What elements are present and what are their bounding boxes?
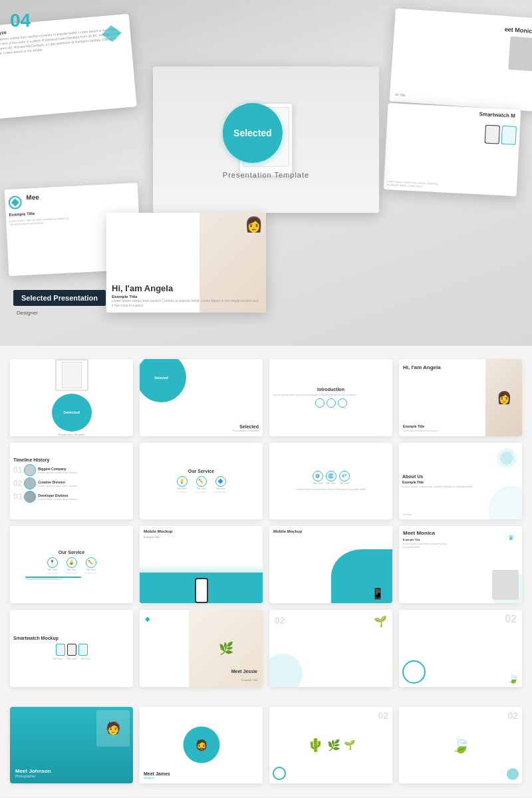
service-icon-block-2: ✏️ Title Here Lorem ipsum	[193, 476, 209, 493]
service-label-2: Title Here	[196, 487, 206, 490]
monica-hero-title: eet Monica	[504, 26, 532, 35]
timeline-item-1: 01 Biggest Company Lorem Ipsum comes fro…	[13, 464, 78, 476]
grid-slide-jessie[interactable]: ◆ 🌿 Meet Jessie Example Title	[140, 610, 263, 687]
mobile1-subtitle: Example Title	[144, 535, 160, 539]
service2-body: Lorem Ipsum comes from section Contrary …	[285, 487, 378, 491]
slide-angela-hero: 👩 Hi, I'am Angela Example Title Lorem Ip…	[106, 213, 266, 313]
leaf-icon: 🍃	[507, 673, 519, 684]
grid-row-3: Our Service 📍 Title Here Lorem ipsum 🔒 T…	[10, 526, 522, 603]
service-label-3: Title Here	[215, 487, 225, 490]
grid-slide-smartwatch[interactable]: Smartwatch Mockup Title Here Title Here …	[10, 610, 133, 687]
service3-icon-3: ✏️	[86, 557, 96, 568]
service2-label-2: Title Here	[326, 482, 336, 485]
service1-icons: 💡 Title Here Lorem ipsum ✏️ Title Here L…	[174, 476, 229, 493]
bottom-slide-johnson[interactable]: Meet Johnson Photographer 🧑	[10, 707, 133, 784]
timeline-desc-3: Lorem Ipsum comes from section	[38, 497, 77, 501]
plant-icon-2: 🌿	[327, 739, 340, 751]
intro-decoration	[315, 398, 347, 408]
slide-meet-monica-hero: eet Monica tle Title	[389, 8, 532, 111]
timeline-num-3: 03	[13, 492, 22, 501]
service-icon-3: 🔷	[215, 476, 226, 487]
monica-grid-title: Meet Monica	[403, 530, 435, 536]
slide-smartwatch-hero: Smartwatch M Lorem Ipsum comes from sect…	[384, 103, 521, 196]
timeline-item-3: 03 Developer Division Lorem Ipsum comes …	[13, 491, 78, 503]
cover2-teal-circle: Selected	[140, 359, 186, 402]
service2-icon-block-1: ⚙️ Title Here	[313, 471, 323, 485]
monica-body: Lorem Ipsum comes from section Contrary …	[403, 543, 450, 549]
grid-slide-about[interactable]: About Us Example Title Lorem Ipsum comes…	[399, 443, 522, 520]
johnson-title: Meet Johnson	[15, 768, 128, 774]
grid-slide-mobile2[interactable]: Mobile Mockup 📱	[269, 526, 392, 603]
timeline-item-2: 02 Creative Division Lorem Ipsum comes f…	[13, 477, 78, 489]
center-main-slide: Selected Presentation Template	[153, 66, 379, 213]
placeholder2-num: 02	[505, 613, 517, 625]
designer-label: Designer	[17, 310, 38, 316]
jessie-subtitle: Example Title	[241, 678, 257, 682]
timeline-img-3	[24, 491, 36, 503]
service3-icon-block-2: 🔒 Title Here Lorem ipsum	[63, 557, 80, 575]
grid-slide-cover1[interactable]: Selected Presentation Template	[10, 359, 133, 436]
watch-label-1: Title Here	[53, 658, 63, 660]
service3-icon-2: 🔒	[66, 557, 77, 568]
grid-slide-service1[interactable]: Our Service 💡 Title Here Lorem ipsum ✏️ …	[140, 443, 263, 520]
angela-hero-title: Hi, I'am Angela	[112, 283, 261, 293]
smartwatch-title: Smartwatch Mockup	[13, 636, 59, 640]
example-body: Lorem ipsum dolor sit amet consectetur a…	[9, 216, 69, 226]
meet-hero-text: Mee	[26, 194, 39, 201]
grid-slide-service3[interactable]: Our Service 📍 Title Here Lorem ipsum 🔒 T…	[10, 526, 133, 603]
grid-slide-intro[interactable]: Introduction Lorem ipsum dolor sit amet …	[269, 359, 392, 436]
johnson-role: Photographer	[15, 774, 128, 778]
jessie-diamond-icon: ◆	[145, 615, 150, 622]
hero-section: 04 Analyze Lorem Ipsum comes from sectio…	[0, 0, 532, 346]
grid-slide-timeline[interactable]: Timeline History 01 Biggest Company Lore…	[10, 443, 133, 520]
service2-label-1: Title Here	[313, 482, 323, 485]
service2-label-3: Title Here	[339, 482, 349, 485]
service3-icon-1: 📍	[47, 557, 58, 568]
about-circle-decoration	[489, 486, 522, 519]
timeline-img-1	[24, 464, 36, 476]
bottom-slide-plants[interactable]: 🌵 🌿 🌱 02	[269, 707, 392, 784]
phone-mockup-1	[195, 578, 208, 603]
grid-section: Selected Presentation Template Selected …	[0, 346, 532, 707]
service3-title: Our Service	[59, 550, 84, 555]
about-body: Lorem Ipsum comes from section Contrary …	[402, 485, 478, 488]
placeholder1-num: 02	[275, 615, 285, 626]
watch-icon-2	[67, 644, 76, 656]
bottom-slide-james[interactable]: 🧔 Meet James Designer	[140, 707, 263, 784]
grid-slide-placeholder2[interactable]: 02 🍃	[399, 610, 522, 687]
watch-icon-3	[78, 644, 88, 656]
timeline-img-2	[24, 477, 36, 489]
james-role: Designer	[144, 776, 170, 779]
hero-badge: Selected	[223, 103, 283, 163]
intro-title: Introduction	[317, 387, 344, 392]
service3-label-3: Title Here	[86, 569, 96, 571]
service-label-1: Title Here	[177, 487, 187, 490]
grid-angela-title: Hi, I'am Angela	[403, 364, 441, 370]
service3-icons-row: 📍 Title Here Lorem ipsum 🔒 Title Here Lo…	[44, 557, 99, 575]
selected-presentation-label: Selected Presentation	[13, 290, 106, 306]
johnson-photo: 🧑	[96, 710, 130, 747]
grid-slide-placeholder1[interactable]: 🌱 02	[269, 610, 392, 687]
about-title: About Us	[402, 474, 423, 479]
grid-slide-monica[interactable]: Meet Monica ♛ Example Title Lorem Ipsum …	[399, 526, 522, 603]
grid-slide-angela[interactable]: Hi, I'am Angela 👩 Example Title Lorem Ip…	[399, 359, 522, 436]
service-icons-row2: ⚙️ Title Here 🌐 Title Here 💎 Title Here	[313, 471, 350, 485]
circle-outline-deco	[402, 660, 426, 684]
grid-slide-mobile1[interactable]: Mobile Mockup Example Title	[140, 526, 263, 603]
service-icon-2: ✏️	[196, 476, 207, 487]
cover2-title: Selected	[232, 424, 259, 429]
service-icon-1: 💡	[177, 476, 188, 487]
angela-hero-body: Lorem Ipsum comes from section Contrary …	[112, 299, 261, 307]
plant-icon-1: 🌵	[307, 737, 324, 753]
bottom-slide-leaf[interactable]: 🍃 02	[399, 707, 522, 784]
slide-number-badge: 04	[10, 10, 31, 31]
jessie-photo-area: 🌿	[189, 610, 263, 687]
hero-presentation-subtitle: Presentation Template	[223, 171, 309, 179]
grid-slide-cover2[interactable]: Selected Selected Presentation Template	[140, 359, 263, 436]
service3-label-1: Title Here	[47, 569, 57, 571]
grid-slide-service-icons[interactable]: ⚙️ Title Here 🌐 Title Here 💎 Title Here …	[269, 443, 392, 520]
leaf-teal-dot	[507, 768, 519, 780]
intro-circle-3	[338, 398, 347, 408]
mobile2-phone-icon: 📱	[371, 587, 384, 600]
monica-subtitle: Example Title	[403, 538, 420, 541]
